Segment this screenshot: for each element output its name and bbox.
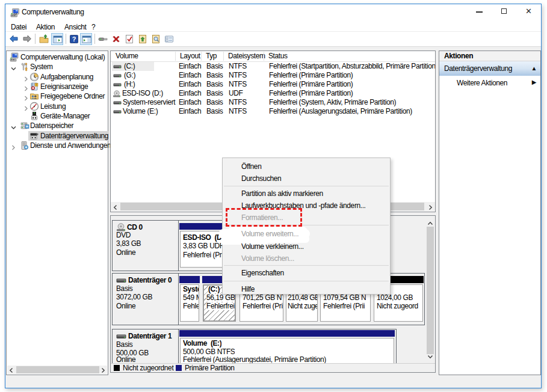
svg-text:?: ? <box>72 35 76 43</box>
